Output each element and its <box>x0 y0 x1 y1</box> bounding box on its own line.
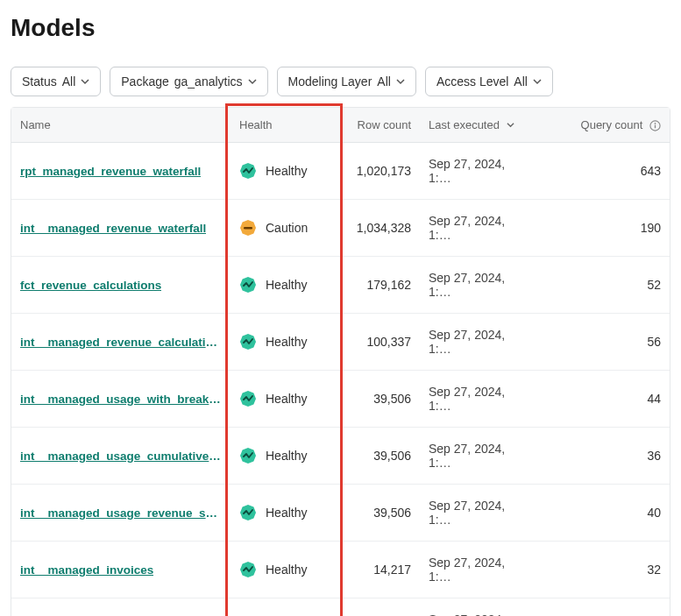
filter-status-label: Status <box>22 74 57 89</box>
last-executed: Sep 27, 2024, 1:… <box>420 542 539 598</box>
model-link[interactable]: int__managed_usage_cumulative_… <box>20 450 222 463</box>
last-executed: Sep 27, 2024, 1:… <box>420 257 539 314</box>
model-link[interactable]: int__managed_revenue_waterfall <box>20 222 206 235</box>
chevron-down-icon <box>533 77 542 86</box>
filter-access-level[interactable]: Access Level All <box>425 67 553 96</box>
filter-access-label: Access Level <box>436 74 508 89</box>
page-title: Models <box>11 14 670 42</box>
table-row: int__managed_invoices Healthy 14,217 Sep… <box>11 542 670 598</box>
filter-package-value: ga_analytics <box>174 74 243 89</box>
last-executed: Sep 27, 2024, 1:… <box>420 598 539 616</box>
health-label: Healthy <box>266 449 307 463</box>
last-executed: Sep 27, 2024, 1:… <box>420 371 539 428</box>
health-label: Caution <box>266 221 308 235</box>
column-header-lastexecuted-label: Last executed <box>429 118 500 131</box>
models-table: Name Health Row count Last executed Quer… <box>11 107 670 616</box>
column-header-lastexecuted[interactable]: Last executed <box>420 108 539 143</box>
chevron-down-icon <box>507 118 514 131</box>
table-row: int__managed_usage_revenue_sc… Healthy 3… <box>11 485 670 542</box>
query-count: 190 <box>539 200 670 257</box>
query-count: 32 <box>539 542 670 598</box>
last-executed: Sep 27, 2024, 1:… <box>420 314 539 371</box>
model-link[interactable]: int__managed_usage_with_breaka… <box>20 393 222 406</box>
column-header-querycount-label: Query count <box>581 118 643 131</box>
column-header-querycount[interactable]: Query count <box>539 108 670 143</box>
health-label: Healthy <box>266 563 307 577</box>
filter-layer-label: Modeling Layer <box>288 74 372 89</box>
health-label: Healthy <box>266 506 307 520</box>
health-status-icon <box>239 219 257 237</box>
chevron-down-icon <box>81 77 89 86</box>
health-status-icon <box>239 447 257 464</box>
row-count: 100,337 <box>344 314 420 371</box>
filter-access-value: All <box>514 74 528 89</box>
chevron-down-icon <box>396 77 405 86</box>
filter-bar: Status All Package ga_analytics Modeling… <box>11 67 670 96</box>
last-executed: Sep 27, 2024, 1:… <box>420 428 539 485</box>
health-status-icon <box>239 561 257 578</box>
table-row: rpt_managed_revenue_waterfall Healthy 1,… <box>11 143 670 200</box>
model-link[interactable]: rpt_managed_revenue_waterfall <box>20 165 201 178</box>
health-label: Healthy <box>266 335 307 349</box>
filter-status-value: All <box>62 74 76 89</box>
table-row: fct_revenue_calculations Healthy 179,162… <box>11 257 670 314</box>
query-count: 56 <box>539 314 670 371</box>
health-status-icon <box>239 390 257 407</box>
health-status-icon <box>239 504 257 521</box>
row-count: 14,217 <box>344 542 420 598</box>
query-count: 36 <box>539 428 670 485</box>
model-link[interactable]: fct_revenue_calculations <box>20 279 161 292</box>
row-count: 39,506 <box>344 485 420 542</box>
filter-layer-value: All <box>377 74 391 89</box>
column-header-health[interactable]: Health <box>231 108 344 143</box>
health-status-icon <box>239 333 257 350</box>
row-count: 179,162 <box>344 257 420 314</box>
last-executed: Sep 27, 2024, 1:… <box>420 485 539 542</box>
query-count: 52 <box>539 257 670 314</box>
row-count: 15,000 <box>344 598 420 616</box>
row-count: 39,506 <box>344 371 420 428</box>
column-header-name[interactable]: Name <box>11 108 231 143</box>
health-status-icon <box>239 162 257 180</box>
health-status-icon <box>239 276 257 294</box>
query-count: 643 <box>539 143 670 200</box>
svg-rect-5 <box>244 227 252 229</box>
table-row: int__managed_revenue_calculations Health… <box>11 314 670 371</box>
query-count: 60 <box>539 598 670 616</box>
table-row: int__managed_revenue_waterfall Caution 1… <box>11 200 670 257</box>
last-executed: Sep 27, 2024, 1:… <box>420 143 539 200</box>
health-label: Healthy <box>266 392 307 406</box>
query-count: 40 <box>539 485 670 542</box>
last-executed: Sep 27, 2024, 1:… <box>420 200 539 257</box>
filter-package-label: Package <box>121 74 168 89</box>
table-row: int__managed_revenue_schedule_… Healthy … <box>11 598 670 616</box>
model-link[interactable]: int__managed_revenue_calculations <box>20 336 222 349</box>
filter-status[interactable]: Status All <box>11 67 101 96</box>
info-icon <box>649 120 661 131</box>
health-label: Healthy <box>266 278 307 292</box>
filter-package[interactable]: Package ga_analytics <box>110 67 267 96</box>
model-link[interactable]: int__managed_usage_revenue_sc… <box>20 506 222 520</box>
filter-modeling-layer[interactable]: Modeling Layer All <box>277 67 416 96</box>
row-count: 1,034,328 <box>344 200 420 257</box>
model-link[interactable]: int__managed_invoices <box>20 563 153 577</box>
row-count: 1,020,173 <box>344 143 420 200</box>
column-header-rowcount[interactable]: Row count <box>344 108 420 143</box>
table-row: int__managed_usage_with_breaka… Healthy … <box>11 371 670 428</box>
svg-point-1 <box>655 123 656 124</box>
chevron-down-icon <box>248 77 257 86</box>
table-row: int__managed_usage_cumulative_… Healthy … <box>11 428 670 485</box>
health-label: Healthy <box>266 164 307 178</box>
svg-rect-2 <box>655 125 656 129</box>
query-count: 44 <box>539 371 670 428</box>
row-count: 39,506 <box>344 428 420 485</box>
